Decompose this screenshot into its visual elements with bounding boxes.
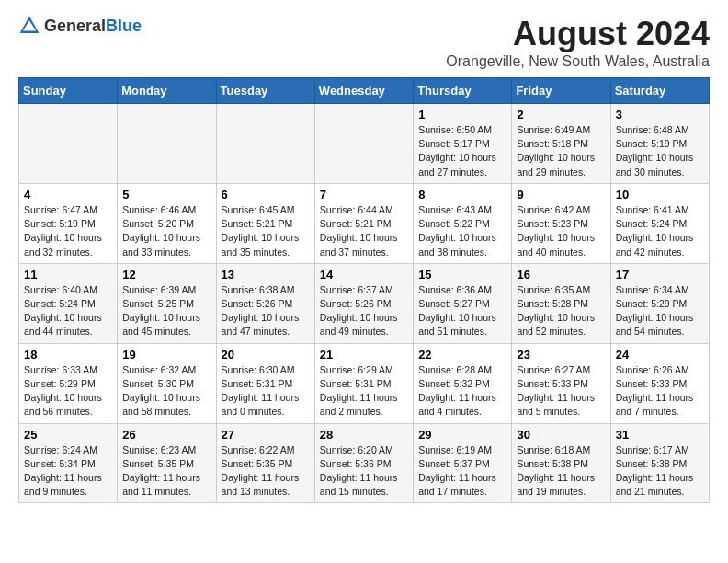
- day-number: 9: [517, 188, 605, 201]
- calendar-cell: 24Sunrise: 6:26 AM Sunset: 5:33 PM Dayli…: [610, 343, 709, 423]
- header-day-thursday: Thursday: [414, 78, 512, 104]
- calendar-cell: 14Sunrise: 6:37 AM Sunset: 5:26 PM Dayli…: [314, 263, 413, 343]
- week-row-4: 18Sunrise: 6:33 AM Sunset: 5:29 PM Dayli…: [19, 343, 710, 423]
- day-info: Sunrise: 6:37 AM Sunset: 5:26 PM Dayligh…: [320, 283, 408, 339]
- logo: GeneralBlue: [18, 15, 142, 37]
- calendar-cell: 21Sunrise: 6:29 AM Sunset: 5:31 PM Dayli…: [314, 343, 413, 423]
- header-day-monday: Monday: [118, 78, 216, 104]
- calendar-cell: 29Sunrise: 6:19 AM Sunset: 5:37 PM Dayli…: [414, 423, 512, 503]
- calendar-cell: 23Sunrise: 6:27 AM Sunset: 5:33 PM Dayli…: [512, 343, 610, 423]
- logo-icon: [18, 15, 40, 37]
- calendar-cell: 3Sunrise: 6:48 AM Sunset: 5:19 PM Daylig…: [610, 104, 709, 184]
- header-day-saturday: Saturday: [610, 78, 709, 104]
- calendar-cell: 13Sunrise: 6:38 AM Sunset: 5:26 PM Dayli…: [216, 263, 314, 343]
- day-number: 31: [616, 428, 704, 442]
- day-number: 28: [320, 428, 408, 442]
- day-number: 23: [517, 348, 605, 362]
- day-number: 15: [418, 268, 506, 282]
- calendar-cell: 20Sunrise: 6:30 AM Sunset: 5:31 PM Dayli…: [216, 343, 314, 423]
- calendar-cell: 18Sunrise: 6:33 AM Sunset: 5:29 PM Dayli…: [19, 343, 118, 423]
- calendar-cell: 9Sunrise: 6:42 AM Sunset: 5:23 PM Daylig…: [512, 183, 610, 263]
- day-info: Sunrise: 6:47 AM Sunset: 5:19 PM Dayligh…: [24, 203, 112, 259]
- calendar-header: SundayMondayTuesdayWednesdayThursdayFrid…: [19, 78, 710, 104]
- day-number: 1: [418, 108, 506, 121]
- week-row-3: 11Sunrise: 6:40 AM Sunset: 5:24 PM Dayli…: [19, 263, 710, 343]
- day-number: 10: [616, 188, 704, 201]
- day-info: Sunrise: 6:30 AM Sunset: 5:31 PM Dayligh…: [222, 363, 310, 419]
- day-info: Sunrise: 6:44 AM Sunset: 5:21 PM Dayligh…: [320, 203, 408, 259]
- calendar-cell: 7Sunrise: 6:44 AM Sunset: 5:21 PM Daylig…: [314, 183, 413, 263]
- calendar-cell: 8Sunrise: 6:43 AM Sunset: 5:22 PM Daylig…: [414, 183, 512, 263]
- day-info: Sunrise: 6:20 AM Sunset: 5:36 PM Dayligh…: [320, 443, 408, 500]
- day-info: Sunrise: 6:33 AM Sunset: 5:29 PM Dayligh…: [24, 363, 112, 419]
- calendar-cell: 26Sunrise: 6:23 AM Sunset: 5:35 PM Dayli…: [118, 423, 216, 503]
- header: GeneralBlue August 2024 Orangeville, New…: [18, 15, 710, 70]
- day-number: 27: [222, 428, 310, 442]
- calendar-cell: 25Sunrise: 6:24 AM Sunset: 5:34 PM Dayli…: [19, 423, 118, 503]
- day-number: 14: [320, 268, 408, 282]
- calendar-cell: 1Sunrise: 6:50 AM Sunset: 5:17 PM Daylig…: [414, 104, 512, 184]
- header-day-sunday: Sunday: [19, 78, 118, 104]
- day-info: Sunrise: 6:46 AM Sunset: 5:20 PM Dayligh…: [122, 203, 210, 259]
- calendar-body: 1Sunrise: 6:50 AM Sunset: 5:17 PM Daylig…: [19, 104, 710, 503]
- calendar-cell: 6Sunrise: 6:45 AM Sunset: 5:21 PM Daylig…: [216, 183, 314, 263]
- day-number: 7: [320, 188, 408, 201]
- day-number: 29: [418, 428, 506, 442]
- day-number: 6: [222, 188, 310, 201]
- day-number: 17: [616, 268, 704, 282]
- calendar-cell: 10Sunrise: 6:41 AM Sunset: 5:24 PM Dayli…: [610, 183, 709, 263]
- calendar-cell: 5Sunrise: 6:46 AM Sunset: 5:20 PM Daylig…: [118, 183, 216, 263]
- logo-text-general: General: [44, 17, 106, 35]
- day-number: 8: [418, 188, 506, 201]
- day-number: 18: [24, 348, 112, 362]
- calendar-cell: 27Sunrise: 6:22 AM Sunset: 5:35 PM Dayli…: [216, 423, 314, 503]
- day-info: Sunrise: 6:24 AM Sunset: 5:34 PM Dayligh…: [24, 443, 112, 500]
- calendar-cell: [19, 104, 118, 184]
- day-info: Sunrise: 6:27 AM Sunset: 5:33 PM Dayligh…: [517, 363, 605, 419]
- week-row-5: 25Sunrise: 6:24 AM Sunset: 5:34 PM Dayli…: [19, 423, 710, 503]
- page-subtitle: Orangeville, New South Wales, Australia: [446, 53, 710, 70]
- day-info: Sunrise: 6:45 AM Sunset: 5:21 PM Dayligh…: [222, 203, 310, 259]
- calendar-cell: 12Sunrise: 6:39 AM Sunset: 5:25 PM Dayli…: [118, 263, 216, 343]
- day-info: Sunrise: 6:41 AM Sunset: 5:24 PM Dayligh…: [616, 203, 704, 259]
- day-info: Sunrise: 6:36 AM Sunset: 5:27 PM Dayligh…: [418, 283, 506, 339]
- calendar-cell: 30Sunrise: 6:18 AM Sunset: 5:38 PM Dayli…: [512, 423, 610, 503]
- day-info: Sunrise: 6:17 AM Sunset: 5:38 PM Dayligh…: [616, 443, 704, 500]
- day-number: 30: [517, 428, 605, 442]
- calendar-cell: 15Sunrise: 6:36 AM Sunset: 5:27 PM Dayli…: [414, 263, 512, 343]
- day-info: Sunrise: 6:26 AM Sunset: 5:33 PM Dayligh…: [616, 363, 704, 419]
- calendar-cell: [118, 104, 216, 184]
- day-number: 21: [320, 348, 408, 362]
- day-info: Sunrise: 6:19 AM Sunset: 5:37 PM Dayligh…: [418, 443, 506, 500]
- calendar-cell: [216, 104, 314, 184]
- day-number: 26: [122, 428, 210, 442]
- day-info: Sunrise: 6:48 AM Sunset: 5:19 PM Dayligh…: [616, 123, 704, 179]
- day-info: Sunrise: 6:22 AM Sunset: 5:35 PM Dayligh…: [222, 443, 310, 500]
- day-number: 20: [222, 348, 310, 362]
- page-title: August 2024: [446, 15, 710, 53]
- day-info: Sunrise: 6:18 AM Sunset: 5:38 PM Dayligh…: [517, 443, 605, 500]
- day-number: 12: [122, 268, 210, 282]
- day-info: Sunrise: 6:49 AM Sunset: 5:18 PM Dayligh…: [517, 123, 605, 179]
- day-info: Sunrise: 6:38 AM Sunset: 5:26 PM Dayligh…: [222, 283, 310, 339]
- day-info: Sunrise: 6:29 AM Sunset: 5:31 PM Dayligh…: [320, 363, 408, 419]
- calendar-cell: [314, 104, 413, 184]
- week-row-2: 4Sunrise: 6:47 AM Sunset: 5:19 PM Daylig…: [19, 183, 710, 263]
- week-row-1: 1Sunrise: 6:50 AM Sunset: 5:17 PM Daylig…: [19, 104, 710, 184]
- header-row: SundayMondayTuesdayWednesdayThursdayFrid…: [19, 78, 710, 104]
- day-number: 5: [122, 188, 210, 201]
- calendar-cell: 16Sunrise: 6:35 AM Sunset: 5:28 PM Dayli…: [512, 263, 610, 343]
- day-info: Sunrise: 6:42 AM Sunset: 5:23 PM Dayligh…: [517, 203, 605, 259]
- day-number: 4: [24, 188, 112, 201]
- day-number: 2: [517, 108, 605, 121]
- calendar-cell: 17Sunrise: 6:34 AM Sunset: 5:29 PM Dayli…: [610, 263, 709, 343]
- day-number: 16: [517, 268, 605, 282]
- day-info: Sunrise: 6:28 AM Sunset: 5:32 PM Dayligh…: [418, 363, 506, 419]
- day-number: 24: [616, 348, 704, 362]
- header-day-wednesday: Wednesday: [314, 78, 413, 104]
- header-day-friday: Friday: [512, 78, 610, 104]
- calendar-cell: 4Sunrise: 6:47 AM Sunset: 5:19 PM Daylig…: [19, 183, 118, 263]
- calendar-cell: 11Sunrise: 6:40 AM Sunset: 5:24 PM Dayli…: [19, 263, 118, 343]
- day-number: 22: [418, 348, 506, 362]
- day-number: 3: [616, 108, 704, 121]
